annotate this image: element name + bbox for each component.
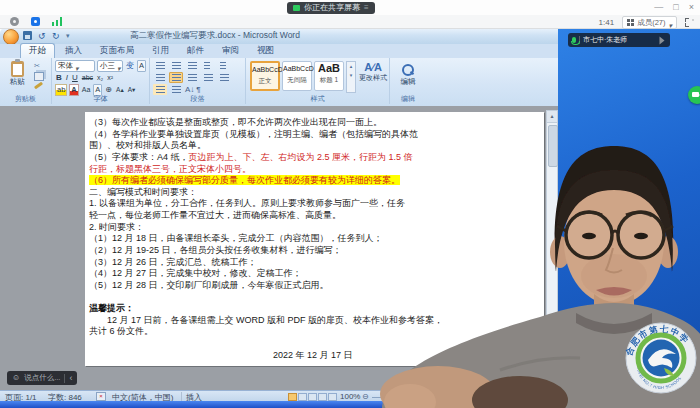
record-icon[interactable]: [10, 17, 19, 26]
style-正文[interactable]: AaBbCcD正文: [250, 61, 280, 91]
align-center-icon[interactable]: [169, 72, 183, 83]
window-controls: — □ ×: [654, 1, 694, 14]
paste-label: 粘贴: [5, 77, 29, 87]
tab-视图[interactable]: 视图: [249, 44, 282, 58]
italic-button[interactable]: I: [65, 73, 69, 83]
participant-video-person: [380, 40, 700, 408]
close-button[interactable]: ×: [689, 1, 694, 14]
tab-开始[interactable]: 开始: [20, 43, 55, 58]
tab-引用[interactable]: 引用: [144, 44, 177, 58]
ribbon-group-paragraph: A↓ ¶ 段落: [150, 58, 246, 104]
justify-icon[interactable]: [201, 72, 215, 83]
pinyin-guide-button[interactable]: 变: [125, 61, 135, 71]
grid-view-icon: [627, 19, 634, 26]
view-switcher[interactable]: [288, 393, 337, 401]
line-spacing-icon[interactable]: [217, 72, 231, 83]
maximize-button[interactable]: □: [673, 1, 678, 14]
subscript-button[interactable]: x₂: [96, 73, 104, 83]
fullscreen-icon[interactable]: [685, 18, 694, 27]
draft-view-icon[interactable]: [328, 393, 337, 401]
zoom-out-icon[interactable]: ⊖: [362, 392, 369, 401]
share-banner-text: 你正在共享屏幕: [304, 2, 360, 14]
decrease-indent-icon[interactable]: [201, 60, 215, 71]
meeting-duration: 1:41: [599, 18, 615, 27]
strikethrough-button[interactable]: abc: [81, 73, 94, 83]
increase-indent-icon[interactable]: [217, 60, 231, 71]
align-right-icon[interactable]: [185, 72, 199, 83]
window-title: 高二寒假作业编写要求.docx - Microsoft Word: [0, 30, 430, 42]
share-menu-icon[interactable]: ≡: [364, 2, 369, 14]
styles-scroll-buttons[interactable]: ▴▾: [346, 61, 356, 93]
screen: 你正在共享屏幕 ≡ — □ × 1:41 成员(27): [0, 0, 700, 408]
spellcheck-icon[interactable]: ×: [96, 392, 106, 401]
styles-gallery: AaBbCcD正文AaBbCcD无间隔AaB标题 1: [250, 61, 344, 91]
group-label-clipboard: 剪贴板: [0, 94, 51, 104]
members-label: 成员(27): [637, 18, 665, 28]
fullscreen-reading-view-icon[interactable]: [298, 393, 307, 401]
network-signal-icon: [52, 17, 64, 26]
bullets-icon[interactable]: [153, 60, 167, 71]
font-family-select[interactable]: 宋体: [55, 60, 95, 72]
minimize-button[interactable]: —: [654, 1, 663, 14]
format-painter-icon[interactable]: [34, 82, 43, 90]
show-marks-icon[interactable]: ¶: [196, 85, 200, 94]
superscript-button[interactable]: x²: [106, 73, 114, 83]
tab-页面布局[interactable]: 页面布局: [92, 44, 142, 58]
share-status-icon: [293, 5, 300, 11]
print-layout-view-icon[interactable]: [288, 393, 297, 401]
font-size-select[interactable]: 小三: [97, 60, 123, 72]
meeting-app-icon[interactable]: [31, 17, 40, 26]
character-border-button[interactable]: A: [137, 60, 146, 72]
collapse-chevron-icon[interactable]: ‹: [69, 372, 72, 385]
meeting-topbar: 你正在共享屏幕 ≡ — □ × 1:41 成员(27): [0, 0, 700, 28]
tab-邮件[interactable]: 邮件: [179, 44, 212, 58]
sort-icon[interactable]: A↓: [185, 85, 194, 94]
copy-icon[interactable]: [34, 72, 44, 81]
outline-view-icon[interactable]: [318, 393, 327, 401]
clipboard-icon: [11, 61, 24, 77]
chat-placeholder[interactable]: 说点什么...: [24, 373, 60, 383]
tab-审阅[interactable]: 审阅: [214, 44, 247, 58]
underline-button[interactable]: U: [71, 73, 79, 83]
chevron-down-icon: [668, 14, 672, 32]
meeting-toolbar-row: 1:41 成员(27): [0, 15, 700, 29]
meeting-title-row: 你正在共享屏幕 ≡ — □ ×: [0, 0, 700, 15]
ribbon-group-styles: AaBbCcD正文AaBbCcD无间隔AaB标题 1 ▴▾ A∕A 更改样式 样…: [246, 58, 390, 104]
multilevel-list-icon[interactable]: [185, 60, 199, 71]
ribbon-group-clipboard: 粘贴 ✂ 剪贴板: [0, 58, 52, 104]
align-left-icon[interactable]: [153, 72, 167, 83]
ribbon-group-font: 宋体 小三 变 A B I U abc x₂ x²: [52, 58, 150, 104]
group-label-styles: 样式: [246, 94, 389, 104]
paste-button[interactable]: 粘贴: [5, 61, 29, 93]
members-view-button[interactable]: 成员(27): [622, 16, 677, 29]
style-标题 1[interactable]: AaB标题 1: [314, 61, 344, 91]
zoom-level[interactable]: 100%: [340, 392, 360, 401]
numbering-icon[interactable]: [169, 60, 183, 71]
style-无间隔[interactable]: AaBbCcD无间隔: [282, 61, 312, 91]
tab-插入[interactable]: 插入: [57, 44, 90, 58]
cut-icon[interactable]: ✂: [34, 62, 44, 69]
group-label-paragraph: 段落: [150, 94, 245, 104]
chat-bubble[interactable]: ☺ 说点什么... ‹: [7, 371, 77, 385]
smiley-icon[interactable]: ☺: [12, 371, 20, 385]
screen-share-banner[interactable]: 你正在共享屏幕 ≡: [287, 2, 375, 14]
bold-button[interactable]: B: [55, 73, 63, 83]
web-layout-view-icon[interactable]: [308, 393, 317, 401]
group-label-font: 字体: [52, 94, 149, 104]
